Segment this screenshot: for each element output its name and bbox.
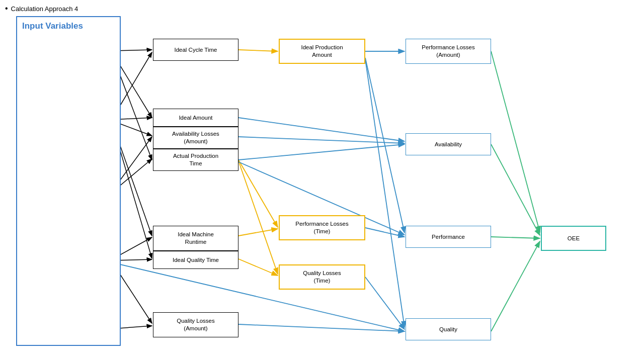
svg-line-21 bbox=[238, 137, 405, 143]
svg-line-31 bbox=[491, 144, 540, 235]
node-performance: Performance bbox=[406, 226, 491, 248]
node-actual-production-time: Actual ProductionTime bbox=[153, 149, 238, 171]
svg-line-14 bbox=[238, 50, 278, 51]
node-ideal-production-amount: Ideal ProductionAmount bbox=[279, 39, 365, 64]
svg-line-20 bbox=[238, 144, 405, 160]
svg-line-23 bbox=[365, 228, 405, 237]
title-line: • Calculation Approach 4 bbox=[5, 4, 78, 13]
input-variables-title: Input Variables bbox=[17, 17, 120, 31]
node-quality-losses-time: Quality Losses(Time) bbox=[279, 264, 365, 290]
svg-line-15 bbox=[238, 160, 278, 227]
svg-line-30 bbox=[491, 51, 540, 232]
node-quality-losses-amount: Quality Losses(Amount) bbox=[153, 312, 238, 337]
bullet: • bbox=[5, 4, 8, 13]
svg-line-33 bbox=[491, 241, 540, 331]
node-performance-losses-time: Performance Losses(Time) bbox=[279, 215, 365, 240]
node-ideal-amount: Ideal Amount bbox=[153, 109, 238, 127]
svg-line-26 bbox=[365, 277, 405, 329]
node-ideal-quality-time: Ideal Quality Time bbox=[153, 251, 238, 269]
svg-line-27 bbox=[238, 324, 405, 331]
svg-line-17 bbox=[238, 259, 278, 276]
node-ideal-cycle-time: Ideal Cycle Time bbox=[153, 39, 238, 61]
svg-line-28 bbox=[365, 59, 405, 327]
node-ideal-machine-runtime: Ideal MachineRuntime bbox=[153, 226, 238, 251]
node-quality: Quality bbox=[406, 318, 491, 340]
node-performance-losses-amount: Performance Losses(Amount) bbox=[406, 39, 491, 64]
page-title: Calculation Approach 4 bbox=[11, 5, 78, 13]
svg-line-22 bbox=[238, 118, 405, 141]
node-oee: OEE bbox=[541, 226, 606, 251]
svg-line-16 bbox=[238, 229, 278, 236]
svg-line-18 bbox=[238, 161, 278, 274]
svg-line-32 bbox=[491, 237, 540, 238]
input-variables-box: Input Variables bbox=[16, 16, 121, 346]
node-availability-losses-amount: Availability Losses(Amount) bbox=[153, 127, 238, 149]
node-availability: Availability bbox=[406, 133, 491, 155]
svg-line-24 bbox=[365, 58, 405, 233]
